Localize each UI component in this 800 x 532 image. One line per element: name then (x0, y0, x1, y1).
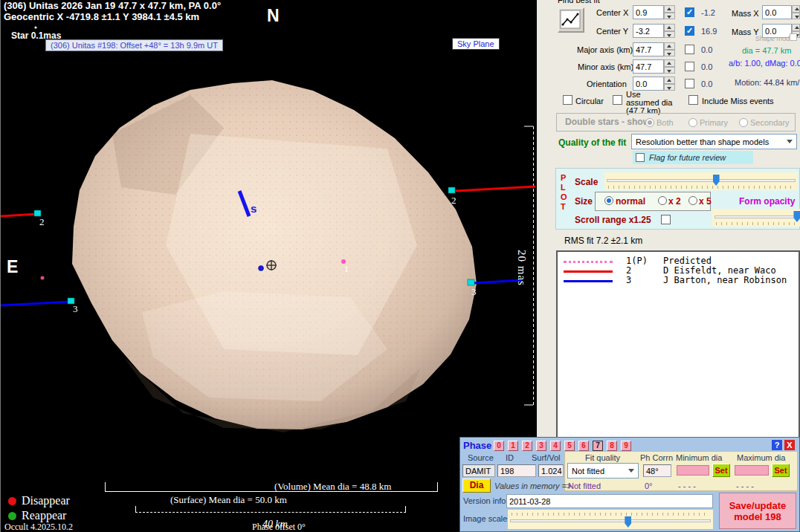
star-position-dot (34, 26, 36, 28)
size-x5-radio[interactable] (688, 196, 697, 205)
model-id-value: 198 (497, 464, 536, 477)
center-x-offset-checkbox[interactable] (685, 7, 694, 17)
scale-slider-thumb[interactable] (713, 175, 720, 186)
ph-corr-value: 48° (643, 464, 671, 477)
chord-2-right-label: 2 (451, 195, 457, 207)
dia-button[interactable]: Dia (462, 479, 491, 493)
phase-button-4[interactable]: 4 (550, 441, 561, 451)
motion-info: Motion: 44.84 km/s (735, 78, 800, 87)
minor-axis-input[interactable]: 47.7 (633, 59, 664, 74)
center-y-label: Center Y (596, 27, 628, 36)
size-x5-label: x 5 (699, 196, 712, 207)
plot-letter: P (561, 173, 566, 182)
spin-axis-label: s (251, 202, 257, 215)
double-stars-both-radio[interactable] (645, 118, 654, 127)
mass-x-input[interactable]: 0.0 (762, 5, 792, 19)
center-x-stepper[interactable] (664, 5, 675, 19)
center-x-input[interactable]: 0.9 (633, 5, 664, 19)
double-stars-title: Double stars - show (565, 117, 650, 127)
use-assumed-dia-checkbox[interactable] (613, 95, 622, 105)
plot-letter: O (561, 192, 567, 201)
set-max-dia-button[interactable]: Set (772, 464, 790, 477)
size-x2-radio[interactable] (658, 196, 667, 205)
flag-review-checkbox[interactable] (636, 153, 645, 162)
phase-button-1[interactable]: 1 (508, 441, 518, 451)
plot-letter: T (561, 202, 566, 211)
double-stars-secondary-radio[interactable] (739, 118, 748, 127)
reappear-label: Reappear (22, 509, 66, 522)
volume-bar-tick (105, 482, 106, 491)
major-axis-stepper[interactable] (664, 42, 675, 56)
form-opacity-slider[interactable] (712, 209, 800, 227)
phase-button-0[interactable]: 0 (494, 441, 504, 451)
double-stars-primary-radio[interactable] (688, 118, 697, 127)
image-scale-slider[interactable] (508, 510, 713, 529)
circular-checkbox[interactable] (563, 95, 572, 105)
max-dia-header: Maximum dia (737, 453, 785, 462)
chord-3-right-marker[interactable] (468, 279, 474, 285)
center-y-offset-checkbox[interactable] (685, 26, 694, 36)
shape-model-checkbox[interactable] (790, 33, 797, 41)
minor-axis-stepper[interactable] (664, 59, 675, 74)
save-update-model-button[interactable]: Save/updatemodel 198 (719, 493, 796, 529)
find-best-fit-button[interactable] (558, 7, 584, 33)
rms-fit-label: RMS fit 7.2 ±2.1 km (564, 236, 642, 246)
center-y-stepper[interactable] (664, 24, 675, 38)
size-normal-radio[interactable] (604, 196, 613, 205)
close-button[interactable]: X (784, 440, 795, 450)
dia-info: dia = 47.7 km (742, 46, 791, 55)
phase-button-6[interactable]: 6 (578, 441, 589, 451)
orientation-offset-checkbox[interactable] (685, 79, 694, 88)
scroll-range-checkbox[interactable] (661, 215, 671, 224)
set-min-dia-button[interactable]: Set (712, 464, 730, 477)
chord-2-left-marker[interactable] (34, 210, 41, 216)
quality-of-fit-label: Quality of the fit (558, 137, 626, 148)
sky-plane-button[interactable]: Sky Plane (452, 38, 500, 50)
surface-dia-label: (Surface) Mean dia = 50.0 km (170, 494, 287, 506)
sky-plane-view: (306) Unitas 2026 Jan 19 47.7 x 47.7 km,… (0, 0, 537, 532)
phase-button-3[interactable]: 3 (536, 441, 546, 451)
phase-button-5[interactable]: 5 (564, 441, 575, 451)
form-opacity-thumb[interactable] (793, 211, 800, 222)
scale-slider[interactable] (604, 172, 798, 190)
size-normal-label: normal (616, 196, 645, 207)
disappear-dot-icon (8, 497, 16, 505)
help-button[interactable]: ? (772, 440, 782, 450)
minor-axis-offset-value: 0.0 (701, 62, 712, 71)
version-info-input[interactable]: 2011-03-28 (506, 494, 713, 508)
major-axis-offset-checkbox[interactable] (685, 45, 694, 54)
disappear-label: Disappear (22, 494, 70, 507)
predicted-station-dot (41, 276, 45, 280)
chevron-down-icon (787, 140, 793, 143)
quality-of-fit-value: Resolution better than shape models (636, 137, 769, 146)
center-y-input[interactable]: -3.2 (633, 24, 664, 38)
phase-button-8[interactable]: 8 (607, 441, 617, 451)
phase-panel: Phase 0 1 2 3 4 5 6 7 8 9 ? X Source ID … (459, 437, 800, 532)
mass-x-label: Mass X (732, 9, 759, 18)
phase-button-9[interactable]: 9 (621, 441, 631, 451)
sky-canvas (1, 0, 538, 532)
quality-of-fit-dropdown[interactable]: Resolution better than shape models (631, 134, 797, 149)
chord-3-left-line (1, 302, 71, 305)
mass-x-stepper[interactable] (792, 5, 800, 19)
use-assumed-dia-label: Use assumed dia (47.7 km) (626, 91, 675, 115)
orientation-stepper[interactable] (664, 77, 675, 91)
fitted-center-dot[interactable] (259, 266, 264, 271)
phase-button-2[interactable]: 2 (522, 441, 532, 451)
major-axis-input[interactable]: 47.7 (633, 42, 664, 56)
scroll-range-label: Scroll range x1.25 (575, 215, 651, 225)
chord-2-right-marker[interactable] (448, 187, 455, 193)
fit-quality-dropdown[interactable]: Not fitted (567, 463, 639, 479)
legend-name: D Eisfeldt, near Waco (663, 265, 776, 276)
min-dia-field[interactable] (677, 465, 709, 476)
minor-axis-offset-checkbox[interactable] (685, 62, 694, 71)
id-header: ID (506, 453, 514, 462)
orientation-input[interactable]: 0.0 (633, 77, 664, 91)
image-scale-thumb[interactable] (625, 516, 631, 528)
event-title: (306) Unitas 2026 Jan 19 47.7 x 47.7 km,… (4, 0, 221, 11)
phase-offset-label: Phase offset 0° (252, 522, 306, 532)
include-miss-checkbox[interactable] (688, 95, 698, 105)
phase-button-7[interactable]: 7 (593, 441, 603, 451)
app-version-label: Occult 4.2025.10.2 (4, 522, 73, 532)
max-dia-field[interactable] (735, 465, 769, 476)
